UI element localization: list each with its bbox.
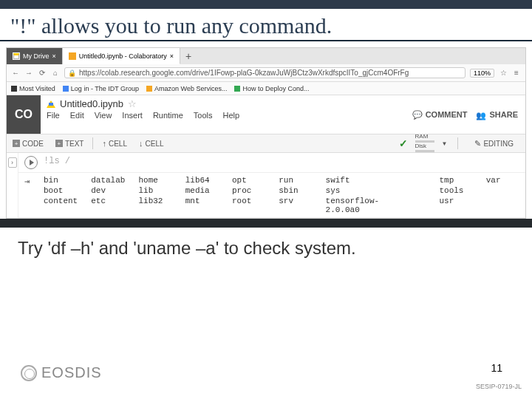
output-item: dev: [91, 186, 125, 195]
output-item: root: [232, 197, 265, 214]
instruction-text: Try 'df –h' and 'uname –a' to check syst…: [0, 228, 532, 265]
tab-colab[interactable]: Untitled0.ipynb - Colaboratory ×: [63, 48, 180, 64]
output-cell: ⇥ bindatalabhomelib64optrunswifttmpvarbo…: [18, 173, 525, 218]
output-item: lib64: [185, 176, 219, 185]
add-code-button[interactable]: +CODE: [7, 140, 50, 148]
cell-up-button[interactable]: ↑CELL: [96, 139, 133, 148]
star-icon[interactable]: ☆: [499, 69, 508, 77]
page-number: 11: [491, 362, 502, 374]
bookmark-idt[interactable]: Log in - The IDT Group: [63, 85, 139, 92]
back-icon[interactable]: ←: [11, 69, 20, 77]
plus-icon: +: [55, 140, 63, 147]
slide-top-bar: [0, 0, 532, 9]
menu-tools[interactable]: Tools: [194, 111, 213, 120]
star-outline-icon[interactable]: ☆: [128, 98, 137, 109]
slide-title: "!" allows you to run any command.: [0, 9, 532, 41]
title-rest: allows you to run any command.: [35, 13, 332, 38]
slide-code: SESIP-0719-JL: [476, 383, 522, 390]
cell-down-button[interactable]: ↓CELL: [133, 139, 170, 148]
output-item: home: [138, 176, 171, 185]
drive-icon: [13, 52, 20, 60]
comment-button[interactable]: 💬COMMENT: [412, 110, 468, 120]
output-item: swift: [326, 176, 380, 185]
url-text: https://colab.research.google.com/drive/…: [79, 69, 409, 77]
output-item: mnt: [185, 197, 219, 214]
side-panel-toggle[interactable]: ›: [7, 153, 18, 218]
menu-icon[interactable]: ≡: [512, 69, 521, 77]
output-item: [392, 176, 426, 185]
dropdown-icon[interactable]: ▼: [442, 140, 448, 147]
site-icon: [234, 86, 240, 92]
output-item: tensorflow-2.0.0a0: [326, 197, 380, 214]
menu-help[interactable]: Help: [223, 111, 240, 120]
bookmark-mostvisited[interactable]: Most Visited: [11, 85, 55, 92]
editing-mode[interactable]: ✎EDITING: [468, 139, 519, 149]
new-tab-button[interactable]: +: [180, 50, 197, 62]
folder-icon: [11, 86, 17, 92]
output-item: tools: [439, 186, 472, 195]
output-item: content: [44, 197, 78, 214]
drive-triangle-icon: [47, 100, 55, 108]
lock-icon: 🔒: [68, 69, 76, 77]
plus-icon: +: [13, 140, 20, 147]
browser-screenshot: My Drive × Untitled0.ipynb - Colaborator…: [6, 47, 526, 219]
arrow-up-icon: ↑: [102, 139, 106, 148]
output-item: lib: [138, 186, 171, 195]
code-cell[interactable]: !ls /: [18, 153, 525, 173]
check-icon: ✓: [399, 137, 408, 149]
bookmark-deploy[interactable]: How to Deploy Cond...: [234, 85, 309, 92]
output-item: sbin: [279, 186, 312, 195]
pencil-icon: ✎: [474, 139, 481, 149]
close-icon[interactable]: ×: [52, 52, 56, 60]
tab-label: My Drive: [23, 52, 50, 60]
cell-input[interactable]: !ls /: [44, 156, 70, 166]
notebook-filename[interactable]: Untitled0.ipynb: [60, 98, 123, 109]
add-text-button[interactable]: +TEXT: [50, 140, 90, 148]
eosdis-logo: EOSDIS: [21, 364, 102, 381]
menu-view[interactable]: View: [95, 111, 112, 120]
output-item: boot: [44, 186, 78, 195]
menu-insert[interactable]: Insert: [122, 111, 143, 120]
tab-label: Untitled0.ipynb - Colaboratory: [79, 52, 167, 60]
url-bar-row: ← → ⟳ ⌂ 🔒 https://colab.research.google.…: [7, 64, 525, 82]
bookmark-aws[interactable]: Amazon Web Services...: [146, 85, 227, 92]
share-button[interactable]: 👥SHARE: [476, 110, 518, 119]
cell-toolbar: +CODE +TEXT ↑CELL ↓CELL ✓ RAM Disk ▼ ✎ED…: [7, 134, 525, 153]
menu-file[interactable]: File: [47, 111, 60, 120]
output-item: [486, 197, 519, 214]
home-icon[interactable]: ⌂: [51, 69, 60, 77]
output-item: opt: [232, 176, 265, 185]
output-item: bin: [44, 176, 78, 185]
close-icon[interactable]: ×: [170, 52, 174, 60]
output-item: lib32: [138, 197, 171, 214]
menu-runtime[interactable]: Runtime: [153, 111, 183, 120]
globe-icon: [21, 365, 37, 381]
output-item: srv: [279, 197, 312, 214]
output-item: [392, 186, 426, 195]
menu-bar: File Edit View Insert Runtime Tools Help: [47, 111, 406, 120]
people-icon: 👥: [476, 111, 486, 118]
run-cell-button[interactable]: [24, 156, 38, 169]
output-item: run: [279, 176, 312, 185]
logo-text: EOSDIS: [41, 364, 102, 381]
separator: [92, 137, 93, 149]
menu-edit[interactable]: Edit: [70, 111, 84, 120]
reload-icon[interactable]: ⟳: [38, 69, 47, 77]
output-item: datalab: [91, 176, 125, 185]
tab-drive[interactable]: My Drive ×: [7, 48, 63, 64]
arrow-down-icon: ↓: [139, 139, 143, 148]
output-item: [486, 186, 519, 195]
tab-strip: My Drive × Untitled0.ipynb - Colaborator…: [7, 48, 525, 64]
bottom-bar: [0, 219, 532, 228]
site-icon: [146, 86, 152, 92]
colab-header: CO Untitled0.ipynb ☆ File Edit View Inse…: [7, 95, 525, 134]
chevron-right-icon: ›: [8, 157, 17, 168]
ram-disk-meter[interactable]: RAM Disk: [415, 134, 434, 153]
output-item: usr: [439, 197, 472, 214]
zoom-level[interactable]: 110%: [470, 69, 494, 78]
forward-icon[interactable]: →: [24, 69, 33, 77]
url-field[interactable]: 🔒 https://colab.research.google.com/driv…: [64, 67, 466, 78]
output-item: sys: [326, 186, 380, 195]
output-arrow-icon: ⇥: [24, 176, 38, 186]
colab-icon: [69, 52, 76, 60]
